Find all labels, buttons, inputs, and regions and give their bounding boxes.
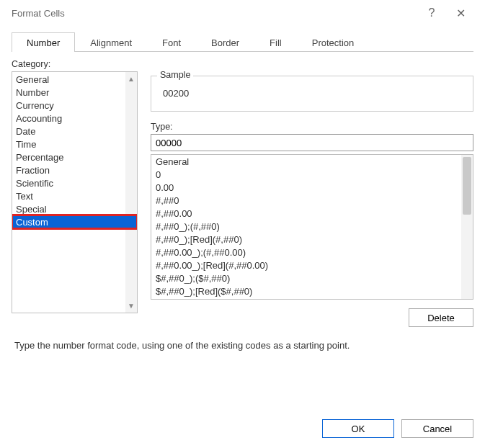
close-icon[interactable]: ✕ [446,6,475,20]
window-title: Format Cells [12,8,417,19]
category-scrollbar[interactable]: ▲ ▼ [125,72,137,313]
tab-bar: Number Alignment Font Border Fill Protec… [12,32,473,52]
tab-protection[interactable]: Protection [297,32,370,52]
dialog-footer: OK Cancel [322,419,473,438]
tab-alignment[interactable]: Alignment [75,32,147,52]
format-item[interactable]: #,##0.00_);[Red](#,##0.00) [151,259,473,272]
ok-button[interactable]: OK [322,419,394,438]
format-item[interactable]: $#,##0.00_);($#,##0.00) [151,297,473,300]
category-item[interactable]: Number [12,86,137,99]
titlebar: Format Cells ? ✕ [0,0,485,26]
category-listbox[interactable]: GeneralNumberCurrencyAccountingDateTimeP… [12,71,138,313]
category-item[interactable]: General [12,73,137,86]
tab-number[interactable]: Number [12,32,75,52]
category-item[interactable]: Time [12,138,137,151]
format-item[interactable]: $#,##0_);($#,##0) [151,272,473,285]
scrollbar-thumb[interactable] [463,157,471,215]
cancel-button[interactable]: Cancel [401,419,473,438]
delete-button[interactable]: Delete [409,308,473,327]
category-item[interactable]: Fraction [12,163,137,176]
help-icon[interactable]: ? [417,6,446,19]
category-item[interactable]: Percentage [12,151,137,163]
category-item[interactable]: Accounting [12,112,137,125]
category-item[interactable]: Date [12,125,137,138]
category-item[interactable]: Scientific [12,176,137,189]
tab-font[interactable]: Font [147,32,196,52]
format-item[interactable]: #,##0_);[Red](#,##0) [151,233,473,246]
hint-text: Type the number format code, using one o… [14,340,471,351]
type-input[interactable] [151,134,473,151]
format-item[interactable]: #,##0.00_);(#,##0.00) [151,246,473,259]
scroll-up-icon[interactable]: ▲ [128,75,135,83]
tab-fill[interactable]: Fill [254,32,297,52]
sample-legend: Sample [157,70,193,80]
tab-border[interactable]: Border [196,32,254,52]
format-item[interactable]: #,##0 [151,194,473,207]
type-label: Type: [151,122,473,132]
format-item[interactable]: #,##0.00 [151,207,473,220]
sample-value: 00200 [159,88,466,99]
format-item[interactable]: $#,##0_);[Red]($#,##0) [151,285,473,297]
category-item[interactable]: Special [12,202,137,215]
category-item[interactable]: Text [12,189,137,202]
sample-groupbox: Sample 00200 [151,76,473,112]
scroll-down-icon[interactable]: ▼ [128,302,135,310]
category-item[interactable]: Custom [12,215,137,228]
format-scrollbar[interactable] [461,155,473,299]
format-listbox[interactable]: General00.00#,##0#,##0.00#,##0_);(#,##0)… [151,154,473,300]
category-item[interactable]: Currency [12,99,137,112]
format-item[interactable]: General [151,155,473,168]
format-item[interactable]: 0.00 [151,181,473,194]
format-item[interactable]: 0 [151,168,473,181]
format-item[interactable]: #,##0_);(#,##0) [151,220,473,233]
category-label: Category: [12,59,473,69]
